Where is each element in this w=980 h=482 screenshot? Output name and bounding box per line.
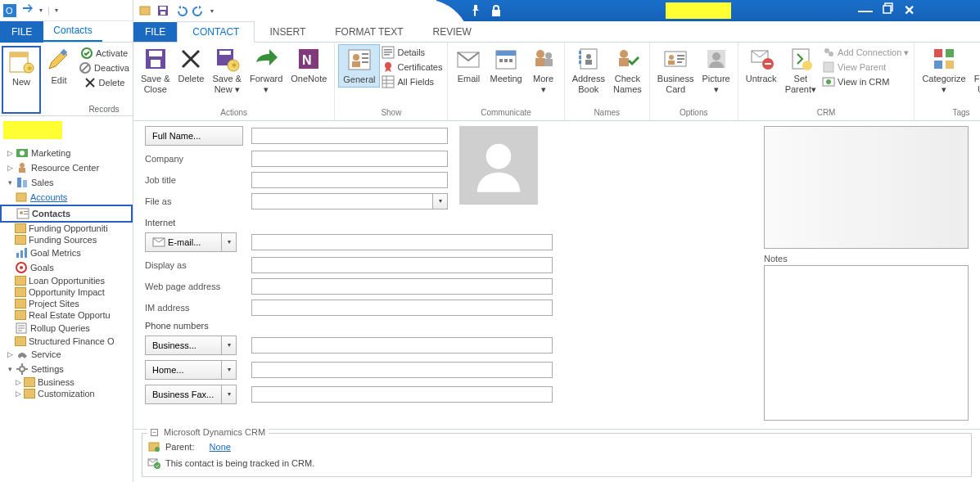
qat2-caret[interactable]: ▾ [210, 7, 214, 15]
tree-sales[interactable]: ▾Sales [0, 175, 133, 190]
redo-icon[interactable] [192, 4, 205, 17]
im-input[interactable] [251, 300, 553, 316]
full-name-button[interactable]: Full Name... [145, 126, 243, 146]
tree-resource-center[interactable]: ▷Resource Center [0, 160, 133, 175]
picture-button[interactable]: Picture ▾ [698, 44, 734, 96]
business-phone-button[interactable]: Business... [145, 336, 222, 355]
tree-marketing[interactable]: ▷Marketing [0, 146, 133, 160]
review-tab[interactable]: REVIEW [418, 22, 486, 42]
email-input[interactable] [251, 234, 553, 250]
job-title-input[interactable] [251, 172, 448, 188]
check-names-button[interactable]: Check Names [609, 44, 646, 96]
tree-settings[interactable]: ▾Settings [0, 362, 133, 376]
set-parent-button[interactable]: Set Parent▾ [781, 44, 820, 96]
send-receive-icon[interactable] [21, 4, 34, 17]
view-in-crm-button[interactable]: View in CRM [822, 75, 909, 88]
business-fax-input[interactable] [251, 386, 553, 403]
svg-point-110 [154, 462, 160, 469]
tree-contacts[interactable]: Contacts [0, 205, 133, 223]
address-book-button[interactable]: Address Book [568, 44, 609, 96]
save-new-button[interactable]: ✶Save & New ▾ [208, 44, 245, 96]
delete-button[interactable]: Delete [82, 75, 127, 90]
tree-funding-opp[interactable]: Funding Opportuniti [0, 223, 133, 234]
general-button[interactable]: General [338, 44, 380, 88]
file-tab[interactable]: FILE [133, 22, 177, 42]
business-fax-button[interactable]: Business Fax... [145, 385, 222, 404]
home-phone-input[interactable] [251, 362, 553, 378]
qat-caret[interactable]: ▾ [39, 7, 43, 14]
tree-structured-finance[interactable]: Structured Finance O [0, 336, 133, 347]
deactivate-button[interactable]: Deactiva [77, 61, 131, 75]
business-phone-dropdown[interactable]: ▾ [222, 336, 237, 355]
business-card-preview[interactable] [764, 126, 969, 249]
display-as-input[interactable] [251, 257, 553, 273]
edit-button[interactable]: Edit [41, 46, 77, 114]
tree-loan-opp[interactable]: Loan Opportunities [0, 275, 133, 286]
tree-rollup-queries[interactable]: Rollup Queries [0, 321, 133, 336]
all-fields-button[interactable]: All Fields [382, 75, 442, 88]
format-text-tab[interactable]: FORMAT TEXT [320, 22, 418, 42]
minimize-button[interactable]: — [858, 2, 873, 20]
new-button[interactable]: ✶ New [2, 46, 41, 114]
forward-button[interactable]: Forward ▾ [246, 44, 287, 96]
svg-rect-35 [492, 10, 500, 16]
close-button[interactable]: ✕ [904, 2, 915, 20]
tree-funding-src[interactable]: Funding Sources [0, 234, 133, 246]
save-icon[interactable] [156, 4, 169, 17]
company-input[interactable] [251, 151, 448, 167]
home-phone-button[interactable]: Home... [145, 360, 222, 380]
tree-business[interactable]: ▷Business [0, 376, 133, 388]
home-phone-dropdown[interactable]: ▾ [222, 360, 237, 380]
certificates-button[interactable]: Certificates [382, 61, 442, 74]
notes-textarea[interactable] [764, 265, 969, 421]
contact-tab[interactable]: CONTACT [177, 21, 255, 43]
svg-point-29 [20, 367, 25, 372]
business-fax-dropdown[interactable]: ▾ [222, 385, 237, 404]
activate-button[interactable]: Activate [79, 46, 129, 61]
pin-icon[interactable] [469, 4, 482, 17]
full-name-input[interactable] [251, 128, 448, 144]
svg-point-89 [712, 52, 720, 61]
tree-customization[interactable]: ▷Customization [0, 388, 133, 399]
email-button[interactable]: Email [451, 44, 485, 86]
tree-real-estate[interactable]: Real Estate Opportu [0, 309, 133, 321]
tree-opportunity-impact[interactable]: Opportunity Impact [0, 286, 133, 298]
onenote-button[interactable]: NOneNote [287, 44, 331, 86]
tree-service[interactable]: ▷Service [0, 347, 133, 362]
collapse-icon[interactable]: − [151, 429, 158, 436]
tree-accounts[interactable]: Accounts [0, 190, 133, 205]
undo-icon[interactable] [174, 4, 187, 17]
categorize-button[interactable]: Categorize ▾ [918, 44, 969, 96]
svg-text:✶: ✶ [26, 64, 33, 73]
untrack-button[interactable]: Untrack [742, 44, 781, 86]
business-phone-input[interactable] [251, 337, 553, 354]
lock-icon[interactable] [490, 4, 502, 17]
delete-contact-button[interactable]: Delete [174, 44, 208, 86]
restore-button[interactable] [883, 2, 894, 20]
webpage-input[interactable] [251, 278, 553, 295]
more-button[interactable]: More ▾ [526, 44, 561, 96]
meeting-button[interactable]: Meeting [485, 44, 526, 86]
email-button[interactable]: E-mail... [145, 232, 222, 252]
business-card-button[interactable]: Business Card [653, 44, 698, 96]
insert-tab[interactable]: INSERT [255, 22, 320, 42]
tree-goals[interactable]: Goals [0, 260, 133, 275]
svg-rect-102 [946, 49, 954, 57]
svg-rect-52 [362, 53, 368, 55]
details-button[interactable]: Details [382, 46, 442, 59]
file-as-dropdown[interactable]: ▾ [433, 193, 448, 209]
file-as-input[interactable] [251, 193, 433, 209]
email-type-dropdown[interactable]: ▾ [222, 232, 237, 252]
contact-photo[interactable] [459, 126, 538, 205]
tree-project-sites[interactable]: Project Sites [0, 298, 133, 309]
qat-dropdown[interactable]: ▾ [55, 7, 58, 14]
left-contacts-tab[interactable]: Contacts [43, 21, 102, 42]
parent-link[interactable]: None [210, 442, 231, 452]
save-close-button[interactable]: Save & Close [137, 44, 174, 96]
left-file-tab[interactable]: FILE [0, 21, 43, 43]
webpage-label: Web page address [145, 282, 243, 291]
svg-text:O: O [6, 6, 13, 16]
svg-rect-81 [619, 58, 629, 66]
tree-goal-metrics[interactable]: Goal Metrics [0, 246, 133, 260]
follow-up-button[interactable]: Follow Up ▾ [970, 44, 980, 96]
